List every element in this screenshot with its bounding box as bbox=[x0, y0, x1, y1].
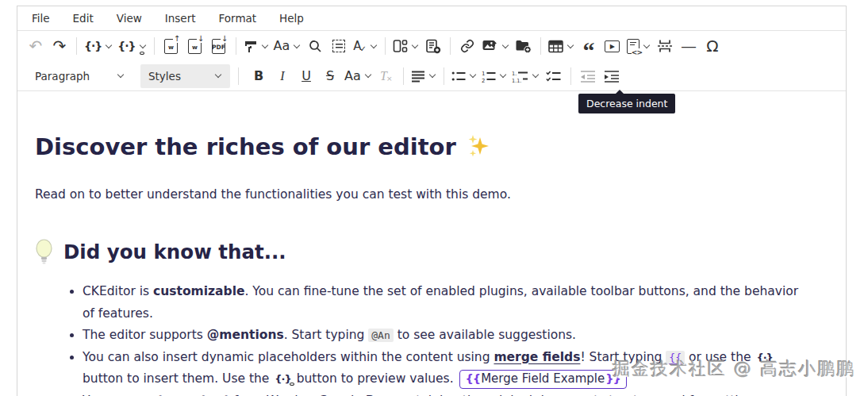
italic-icon: I bbox=[280, 70, 284, 83]
svg-text:1.1.: 1.1. bbox=[512, 77, 521, 83]
find-replace-button[interactable] bbox=[303, 34, 327, 58]
multilevel-list-button[interactable]: 1.1.1. bbox=[509, 64, 542, 88]
format-painter-button[interactable] bbox=[241, 34, 271, 58]
insert-merge-field-button[interactable]: {·} bbox=[82, 34, 115, 58]
toolbar-separator bbox=[76, 37, 77, 55]
numbered-list-button[interactable]: 12 bbox=[479, 64, 509, 88]
menu-view[interactable]: View bbox=[117, 12, 142, 25]
menu-file[interactable]: File bbox=[32, 12, 50, 25]
text-alignment-button[interactable] bbox=[409, 64, 439, 88]
svg-text:1: 1 bbox=[482, 70, 485, 76]
document-title-text: Discover the riches of our editor bbox=[35, 133, 456, 160]
export-pdf-icon: PDF↓ bbox=[212, 39, 225, 54]
paint-roller-icon bbox=[244, 39, 258, 53]
chevron-down-icon bbox=[106, 41, 112, 48]
menu-edit[interactable]: Edit bbox=[73, 12, 94, 25]
check-icon: ✓ bbox=[360, 44, 367, 53]
import-word-button[interactable]: w↑ bbox=[159, 34, 183, 58]
horizontal-line-button[interactable]: — bbox=[677, 34, 701, 58]
strikethrough-icon: S bbox=[326, 70, 334, 83]
preview-merge-fields-button[interactable]: {·} bbox=[115, 34, 148, 58]
remove-format-button[interactable]: T× bbox=[374, 64, 398, 88]
merge-field-label: Merge Field Example bbox=[480, 368, 605, 390]
columns-icon bbox=[393, 39, 408, 53]
chevron-down-icon bbox=[261, 41, 267, 48]
block-quote-button[interactable]: “ bbox=[577, 34, 601, 58]
insert-table-button[interactable] bbox=[546, 34, 577, 58]
file-manager-button[interactable] bbox=[512, 34, 536, 58]
toolbar-separator bbox=[385, 37, 386, 55]
chevron-down-icon bbox=[371, 41, 377, 48]
paragraph-style-value: Paragraph bbox=[35, 70, 90, 83]
bulleted-list-button[interactable] bbox=[449, 64, 479, 88]
toolbar-separator bbox=[236, 37, 236, 55]
insert-template-button[interactable] bbox=[421, 34, 445, 58]
multi-column-button[interactable] bbox=[390, 34, 421, 58]
menu-bar: File Edit View Insert Format Help bbox=[17, 6, 846, 31]
styles-value: Styles bbox=[148, 70, 181, 83]
increase-indent-icon bbox=[604, 70, 620, 83]
todo-list-button[interactable] bbox=[542, 64, 566, 88]
redo-icon: ↷ bbox=[53, 38, 67, 54]
align-justify-icon bbox=[411, 70, 425, 83]
select-all-button[interactable] bbox=[327, 34, 351, 58]
strikethrough-button[interactable]: S bbox=[318, 64, 342, 88]
chevron-down-icon bbox=[500, 71, 506, 78]
arrow-down-icon: ↓ bbox=[221, 35, 229, 43]
underline-icon: U bbox=[301, 70, 311, 83]
font-size-button[interactable]: Aa bbox=[342, 64, 374, 88]
increase-indent-button[interactable] bbox=[600, 64, 624, 88]
chevron-down-icon bbox=[117, 71, 124, 78]
eye-icon bbox=[290, 383, 294, 386]
svg-text:1.: 1. bbox=[512, 70, 517, 76]
toolbar-separator bbox=[450, 37, 451, 55]
page-break-button[interactable] bbox=[653, 34, 677, 58]
italic-button[interactable]: I bbox=[271, 64, 294, 88]
menu-help[interactable]: Help bbox=[279, 12, 304, 25]
tooltip-arrow bbox=[615, 90, 624, 94]
merge-field-widget[interactable]: {{Merge Field Example}} bbox=[459, 370, 627, 389]
menu-format[interactable]: Format bbox=[219, 12, 257, 25]
chevron-down-icon bbox=[429, 71, 436, 78]
case-change-button[interactable]: Aa bbox=[271, 34, 304, 58]
link-icon bbox=[460, 39, 474, 53]
todo-list-icon bbox=[546, 70, 561, 83]
decrease-indent-button[interactable] bbox=[576, 64, 600, 88]
chevron-down-icon bbox=[365, 71, 371, 78]
eye-icon bbox=[140, 52, 144, 55]
arrow-down-icon: ↓ bbox=[197, 35, 205, 43]
folder-plus-icon bbox=[515, 39, 532, 53]
svg-text:2: 2 bbox=[482, 77, 485, 83]
toolbar-separator bbox=[444, 67, 444, 85]
toolbar-separator bbox=[238, 67, 239, 85]
editor-window: File Edit View Insert Format Help ↶ ↷ {·… bbox=[17, 6, 847, 396]
styles-select[interactable]: Styles bbox=[140, 64, 230, 88]
arrow-up-icon: ↑ bbox=[173, 35, 181, 43]
decrease-indent-icon bbox=[580, 70, 596, 83]
html-embed-button[interactable]: <> bbox=[624, 34, 653, 58]
special-characters-button[interactable]: Ω bbox=[701, 34, 724, 58]
link-button[interactable] bbox=[455, 34, 479, 58]
underline-button[interactable]: U bbox=[294, 64, 318, 88]
lightbulb-icon bbox=[35, 239, 53, 264]
redo-button[interactable]: ↷ bbox=[48, 34, 71, 58]
export-pdf-button[interactable]: PDF↓ bbox=[207, 34, 231, 58]
export-word-button[interactable]: w↓ bbox=[183, 34, 207, 58]
toolbar-row-1: ↶ ↷ {·} {·} w↑ w↓ PDF↓ Aa A✓ bbox=[17, 31, 846, 61]
menu-insert[interactable]: Insert bbox=[165, 12, 196, 25]
chevron-down-icon bbox=[470, 71, 476, 78]
insert-media-button[interactable]: ▶ bbox=[601, 34, 624, 58]
toolbar-separator bbox=[403, 67, 404, 85]
paragraph-style-select[interactable]: Paragraph bbox=[27, 64, 133, 88]
inline-code: @An bbox=[368, 329, 393, 342]
image-icon bbox=[482, 39, 498, 53]
export-word-icon: w↓ bbox=[188, 39, 202, 54]
select-all-icon bbox=[332, 40, 345, 52]
multilevel-list-icon: 1.1.1. bbox=[512, 70, 528, 83]
insert-image-button[interactable] bbox=[479, 34, 512, 58]
merge-fields-link[interactable]: merge fields bbox=[494, 350, 580, 364]
spell-check-button[interactable]: A✓ bbox=[351, 34, 380, 58]
undo-button[interactable]: ↶ bbox=[24, 34, 48, 58]
toolbar-separator bbox=[154, 37, 155, 55]
bold-button[interactable]: B bbox=[247, 64, 271, 88]
